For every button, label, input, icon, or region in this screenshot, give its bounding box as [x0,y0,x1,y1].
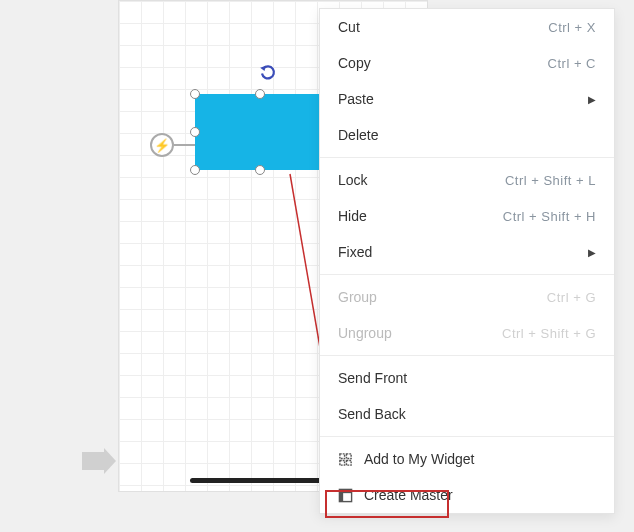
menu-label: Lock [338,172,368,188]
menu-shortcut: Ctrl + C [548,56,596,71]
menu-label: Send Back [338,406,406,422]
menu-item-fixed[interactable]: Fixed ▶ [320,234,614,270]
chevron-right-icon: ▶ [588,94,596,105]
side-tab-tip [104,448,116,474]
resize-handle-w[interactable] [190,127,200,137]
menu-label: Fixed [338,244,372,260]
menu-separator [320,436,614,437]
rotate-handle[interactable] [259,65,277,88]
menu-shortcut: Ctrl + Shift + L [505,173,596,188]
resize-handle-n[interactable] [255,89,265,99]
menu-item-lock[interactable]: Lock Ctrl + Shift + L [320,162,614,198]
resize-handle-sw[interactable] [190,165,200,175]
menu-label: Cut [338,19,360,35]
add-widget-icon [338,452,356,467]
menu-label: Delete [338,127,378,143]
menu-item-copy[interactable]: Copy Ctrl + C [320,45,614,81]
menu-item-paste[interactable]: Paste ▶ [320,81,614,117]
menu-separator [320,274,614,275]
menu-shortcut: Ctrl + G [547,290,596,305]
resize-handle-s[interactable] [255,165,265,175]
menu-item-delete[interactable]: Delete [320,117,614,153]
chevron-right-icon: ▶ [588,247,596,258]
rotate-icon [259,65,277,83]
menu-item-ungroup: Ungroup Ctrl + Shift + G [320,315,614,351]
menu-item-hide[interactable]: Hide Ctrl + Shift + H [320,198,614,234]
menu-separator [320,157,614,158]
menu-label: Create Master [364,487,453,503]
menu-item-send-front[interactable]: Send Front [320,360,614,396]
menu-label: Ungroup [338,325,392,341]
selected-rectangle[interactable] [195,94,325,170]
menu-separator [320,355,614,356]
menu-item-create-master[interactable]: Create Master [320,477,614,513]
menu-item-cut[interactable]: Cut Ctrl + X [320,9,614,45]
interaction-trigger-node[interactable]: ⚡ [150,133,174,157]
menu-label: Hide [338,208,367,224]
menu-label: Copy [338,55,371,71]
resize-handle-nw[interactable] [190,89,200,99]
menu-item-add-to-my-widget[interactable]: Add to My Widget [320,441,614,477]
master-icon [338,488,356,503]
menu-shortcut: Ctrl + X [548,20,596,35]
device-home-indicator [190,478,330,483]
menu-item-send-back[interactable]: Send Back [320,396,614,432]
connector-line [174,144,196,146]
side-tab[interactable] [82,452,104,470]
menu-shortcut: Ctrl + Shift + G [502,326,596,341]
menu-label: Send Front [338,370,407,386]
svg-rect-3 [339,489,351,493]
context-menu: Cut Ctrl + X Copy Ctrl + C Paste ▶ Delet… [319,8,615,514]
menu-label: Paste [338,91,374,107]
menu-label: Add to My Widget [364,451,475,467]
menu-label: Group [338,289,377,305]
menu-item-group: Group Ctrl + G [320,279,614,315]
lightning-icon: ⚡ [154,138,170,153]
menu-shortcut: Ctrl + Shift + H [503,209,596,224]
